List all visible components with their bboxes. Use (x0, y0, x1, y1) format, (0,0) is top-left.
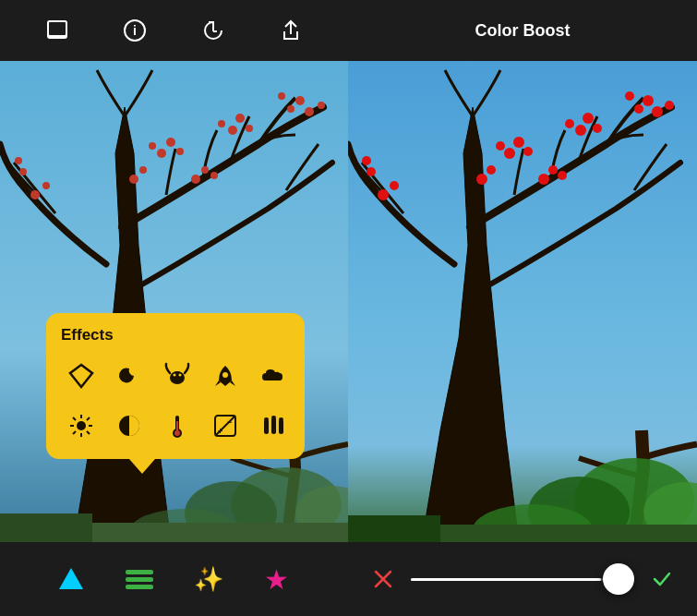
svg-point-90 (390, 181, 399, 190)
svg-point-17 (166, 138, 175, 147)
svg-text:+: + (218, 427, 222, 436)
menu-icon[interactable] (121, 561, 158, 598)
svg-point-84 (496, 141, 505, 151)
svg-rect-68 (126, 570, 153, 574)
info-icon[interactable]: i (118, 14, 151, 47)
svg-point-74 (652, 106, 663, 117)
svg-point-75 (625, 91, 634, 101)
thermometer-effect-btn[interactable] (157, 405, 198, 446)
svg-rect-59 (264, 419, 269, 434)
svg-point-82 (523, 147, 533, 156)
svg-rect-69 (126, 577, 153, 582)
svg-point-10 (305, 107, 314, 116)
svg-point-72 (643, 95, 654, 106)
photo-area-right (348, 61, 697, 542)
svg-point-91 (378, 189, 389, 200)
left-toolbar: i (0, 0, 348, 61)
svg-point-21 (201, 166, 209, 174)
svg-marker-36 (70, 365, 92, 387)
right-panel: Color Boost (348, 0, 697, 616)
svg-point-20 (149, 142, 156, 150)
moon-effect-btn[interactable] (109, 356, 150, 396)
svg-point-76 (665, 101, 674, 110)
slider-fill (411, 578, 601, 581)
svg-rect-61 (279, 419, 283, 434)
svg-point-93 (362, 156, 371, 165)
layers-icon[interactable] (41, 14, 74, 47)
svg-point-87 (558, 171, 567, 180)
cloud-effect-btn[interactable] (253, 356, 294, 396)
svg-point-25 (129, 175, 138, 184)
svg-point-81 (513, 137, 524, 148)
svg-point-15 (228, 126, 237, 135)
svg-line-49 (87, 417, 90, 420)
cancel-button[interactable] (367, 562, 400, 596)
svg-line-47 (73, 417, 76, 420)
svg-text:−: − (227, 417, 232, 427)
effects-wand-icon[interactable]: ✨ (190, 561, 227, 598)
svg-point-39 (174, 374, 176, 377)
slider-thumb[interactable] (603, 563, 634, 595)
svg-point-19 (157, 149, 166, 158)
color-tubes-effect-btn[interactable] (253, 405, 294, 446)
sun-effect-btn[interactable] (61, 405, 102, 446)
svg-point-23 (210, 172, 218, 179)
svg-point-89 (476, 174, 487, 185)
slider-track (411, 578, 634, 581)
rocket-effect-btn[interactable] (205, 356, 246, 396)
diamond-effect-btn[interactable] (61, 356, 102, 396)
svg-rect-99 (440, 525, 697, 542)
svg-point-62 (264, 417, 269, 421)
contrast-effect-btn[interactable] (109, 405, 150, 446)
svg-point-85 (548, 165, 558, 175)
photo-background-left (0, 61, 348, 542)
panel-title: Color Boost (475, 21, 571, 41)
svg-point-79 (575, 125, 586, 136)
svg-point-40 (179, 374, 182, 377)
favorites-star-icon[interactable]: ★ (258, 561, 295, 598)
svg-point-63 (271, 416, 276, 419)
svg-rect-70 (126, 585, 153, 589)
svg-point-77 (583, 113, 594, 124)
svg-line-48 (87, 431, 90, 434)
exposure-effect-btn[interactable]: + − (205, 405, 246, 446)
svg-point-16 (218, 120, 225, 127)
share-icon[interactable] (274, 14, 307, 47)
svg-point-28 (19, 168, 27, 175)
effects-title: Effects (61, 326, 290, 344)
photo-background-right (348, 61, 697, 542)
bull-effect-btn[interactable] (157, 356, 198, 396)
history-icon[interactable] (197, 14, 230, 47)
svg-point-88 (487, 165, 496, 175)
svg-text:i: i (133, 23, 137, 38)
svg-point-27 (30, 190, 40, 199)
svg-rect-66 (67, 578, 75, 581)
bottom-bar-left: ✨ ★ (0, 542, 348, 616)
svg-point-55 (174, 430, 180, 436)
photo-area-left: Effects (0, 61, 348, 542)
svg-point-83 (504, 148, 515, 159)
right-toolbar: Color Boost (348, 0, 697, 61)
svg-point-13 (235, 114, 245, 123)
svg-rect-1 (48, 21, 66, 36)
confirm-button[interactable] (645, 562, 679, 596)
svg-point-12 (318, 102, 325, 109)
svg-point-73 (634, 104, 643, 114)
svg-point-24 (139, 166, 147, 174)
svg-point-86 (538, 174, 549, 185)
svg-point-41 (222, 372, 228, 378)
svg-point-11 (278, 92, 285, 100)
intensity-slider[interactable] (411, 562, 634, 596)
svg-point-14 (246, 125, 253, 132)
svg-point-64 (279, 417, 283, 421)
svg-point-26 (42, 182, 50, 189)
svg-point-92 (367, 167, 376, 176)
effects-popup: Effects (46, 313, 305, 459)
svg-rect-98 (348, 515, 440, 542)
svg-point-22 (191, 175, 200, 184)
filter-icon[interactable] (53, 561, 90, 598)
bottom-bar-right (348, 542, 697, 616)
svg-rect-35 (92, 523, 348, 542)
svg-point-42 (77, 421, 86, 430)
left-panel: i (0, 0, 348, 616)
